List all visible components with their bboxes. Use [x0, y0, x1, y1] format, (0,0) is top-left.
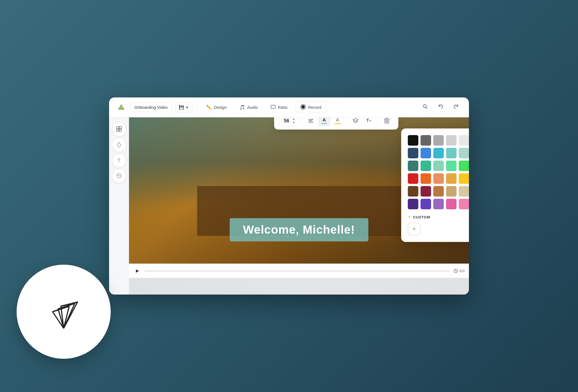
text-toolbar-sep-3 — [378, 117, 378, 125]
custom-section: ✦ CUSTOM + — [408, 215, 469, 235]
toolbar-divider-1 — [197, 103, 197, 112]
color-swatch-green[interactable] — [420, 161, 431, 171]
record-button[interactable]: Record — [296, 102, 326, 113]
text-toolbar-sep-1 — [302, 117, 302, 125]
play-button[interactable] — [133, 267, 141, 275]
sparkle-icon: ✦ — [408, 215, 411, 219]
color-swatch-dark-teal[interactable] — [408, 161, 418, 171]
save-chevron-icon: ▼ — [186, 106, 189, 109]
droplet-icon — [116, 141, 122, 149]
svg-point-8 — [301, 105, 305, 109]
editor-content: T 56 ▲ ▼ — [109, 117, 469, 295]
color-swatch-dark-red[interactable] — [420, 186, 431, 197]
record-icon — [300, 104, 306, 110]
svg-line-10 — [426, 107, 427, 109]
video-controls: 0:0 — [129, 264, 469, 278]
welcome-text: Welcome, Michelle! — [243, 223, 355, 236]
color-picker-panel: ✦ CUSTOM + — [401, 128, 469, 242]
redo-button[interactable] — [450, 101, 462, 114]
save-button[interactable]: 💾 ▼ — [175, 102, 192, 112]
search-button[interactable] — [419, 101, 431, 114]
mask-tool-button[interactable] — [112, 169, 126, 183]
ratio-button[interactable]: Ratio — [266, 102, 292, 112]
audio-icon: 🎵 — [239, 105, 245, 110]
color-tool-button[interactable] — [112, 138, 126, 152]
color-swatch-brown[interactable] — [408, 186, 418, 197]
large-logo-icon — [42, 290, 86, 334]
color-swatch-lavender[interactable] — [433, 199, 444, 209]
svg-rect-12 — [119, 127, 122, 129]
time-value: 0:0 — [460, 269, 465, 273]
layers-button[interactable] — [349, 117, 362, 126]
color-swatch-light-teal[interactable] — [459, 148, 469, 158]
text-toolbar-sep-2 — [346, 117, 347, 125]
custom-label: ✦ CUSTOM — [408, 215, 469, 219]
color-swatch-amber[interactable] — [446, 173, 456, 184]
font-size-down-button[interactable]: ▼ — [291, 121, 296, 124]
canvas-area: 56 ▲ ▼ — [129, 117, 469, 295]
design-icon: ✏️ — [206, 105, 212, 110]
svg-rect-13 — [117, 129, 119, 131]
svg-line-27 — [456, 271, 456, 272]
color-swatch-hot-pink[interactable] — [446, 199, 456, 209]
color-swatch-blue[interactable] — [420, 148, 431, 158]
project-name-label: Onboarding Video — [134, 105, 168, 110]
font-color-button[interactable]: A — [318, 117, 330, 126]
svg-rect-6 — [271, 105, 275, 109]
color-swatch-red[interactable] — [408, 173, 418, 184]
save-icon: 💾 — [179, 105, 184, 110]
undo-button[interactable] — [435, 101, 447, 114]
color-swatch-tan[interactable] — [433, 186, 444, 197]
svg-rect-11 — [117, 127, 119, 129]
font-size-value: 56 — [283, 118, 290, 124]
progress-bar[interactable] — [144, 270, 450, 272]
color-swatch-emerald[interactable] — [446, 161, 456, 171]
text-type-icon: T — [118, 158, 121, 164]
svg-rect-14 — [119, 129, 122, 131]
welcome-banner[interactable]: Welcome, Michelle! — [230, 218, 368, 241]
add-text-button[interactable]: T + — [363, 117, 375, 126]
timeline-area[interactable] — [129, 278, 469, 295]
color-swatch-sand[interactable] — [459, 186, 469, 197]
time-display: 0:0 — [453, 269, 465, 273]
delete-button[interactable] — [381, 117, 393, 126]
color-swatch-pale[interactable] — [459, 135, 469, 146]
logo-circle — [17, 265, 111, 359]
add-color-label: + — [412, 225, 416, 233]
add-color-button[interactable]: + — [408, 223, 420, 235]
color-swatch-yellow[interactable] — [459, 173, 469, 184]
mask-icon — [116, 172, 122, 180]
color-swatch-teal[interactable] — [446, 148, 456, 158]
font-size-arrows: ▲ ▼ — [291, 117, 296, 124]
color-swatch-darkgray[interactable] — [420, 135, 431, 146]
color-swatch-peach[interactable] — [433, 173, 444, 184]
color-swatch-navy[interactable] — [408, 148, 418, 158]
app-logo — [116, 102, 127, 113]
color-swatch-mint[interactable] — [433, 161, 444, 171]
color-swatch-khaki[interactable] — [446, 186, 456, 197]
color-swatch-lime-green[interactable] — [459, 161, 469, 171]
color-swatch-lightgray[interactable] — [446, 135, 456, 146]
color-swatch-orange[interactable] — [420, 173, 431, 184]
color-swatch-cyan[interactable] — [433, 148, 444, 158]
design-label: Design — [214, 105, 227, 110]
layout-tool-button[interactable] — [112, 123, 126, 136]
color-swatch-pink[interactable] — [459, 199, 469, 209]
highlight-button[interactable]: A — [331, 117, 344, 126]
undo-icon — [438, 104, 443, 111]
ratio-label: Ratio — [278, 105, 288, 110]
audio-button[interactable]: 🎵 Audio — [235, 102, 262, 112]
align-button[interactable] — [305, 117, 317, 126]
custom-text: CUSTOM — [413, 215, 430, 219]
color-swatch-black[interactable] — [408, 135, 418, 146]
text-tool-button[interactable]: T — [112, 154, 126, 167]
editor-window: Onboarding Video 💾 ▼ ✏️ Design 🎵 Audio R… — [109, 97, 469, 295]
audio-label: Audio — [247, 105, 258, 110]
color-swatch-deep-purple[interactable] — [408, 199, 418, 209]
color-swatch-purple[interactable] — [420, 199, 431, 209]
color-swatch-midgray[interactable] — [433, 135, 444, 146]
font-size-up-button[interactable]: ▲ — [291, 117, 296, 121]
project-name-button[interactable]: Onboarding Video — [130, 102, 172, 112]
design-button[interactable]: ✏️ Design — [202, 102, 232, 112]
layout-icon — [116, 126, 122, 133]
